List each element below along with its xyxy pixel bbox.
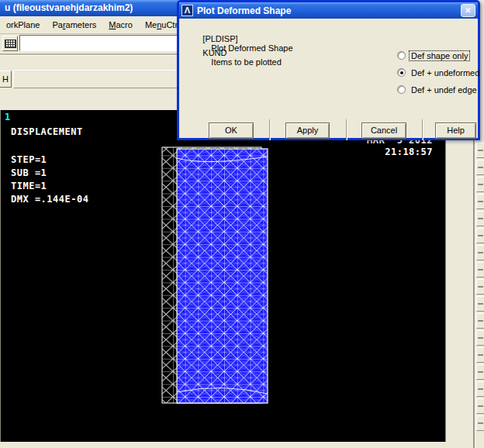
stat-time: TIME=1 — [11, 181, 47, 191]
dialog-titlebar[interactable]: Λ Plot Deformed Shape ✕ — [179, 2, 478, 19]
dialog-title: Plot Deformed Shape — [197, 5, 461, 16]
plot-time: 21:18:57 — [327, 146, 433, 157]
deformed-shape-plot — [159, 143, 275, 408]
option-code: KUND — [202, 48, 226, 57]
dash-icon — [478, 354, 483, 356]
dash-icon — [478, 150, 483, 151]
option-text: Items to be plotted — [211, 57, 282, 67]
side-toolbar-button[interactable] — [476, 330, 484, 346]
dash-icon — [478, 286, 483, 288]
side-toolbar-button[interactable] — [476, 262, 484, 277]
command-prompt-button[interactable] — [2, 36, 18, 51]
side-toolbar-button[interactable] — [476, 313, 484, 329]
close-icon[interactable]: ✕ — [461, 4, 475, 17]
help-button[interactable]: Help — [435, 122, 476, 139]
dash-icon — [478, 167, 483, 168]
side-toolbar-button[interactable] — [476, 381, 484, 397]
radio-def-shape-only[interactable]: Def shape only — [397, 50, 481, 61]
side-toolbar-button[interactable] — [476, 143, 484, 158]
radio-def-plus-undef-edge[interactable]: Def + undef edge — [397, 84, 481, 95]
toolbar-partial-button[interactable]: H — [0, 71, 12, 88]
plot-deformed-shape-dialog: Λ Plot Deformed Shape ✕ [PLDISP] Plot De… — [177, 0, 480, 140]
side-toolbar-button[interactable] — [476, 228, 484, 243]
dash-icon — [478, 405, 483, 407]
app-title-text: u (fileoustvanehjdarzakhim2) — [5, 2, 133, 13]
dash-icon — [478, 235, 483, 236]
button-separator — [269, 119, 271, 140]
radio-circle-icon[interactable] — [397, 51, 406, 60]
side-toolbar-button[interactable] — [476, 415, 484, 431]
dash-icon — [478, 201, 483, 202]
side-toolbar-button[interactable] — [476, 160, 484, 175]
right-button-strip — [476, 143, 484, 432]
ok-button[interactable]: OK — [209, 122, 254, 139]
side-toolbar-button[interactable] — [476, 296, 484, 312]
side-toolbar-button[interactable] — [476, 194, 484, 209]
dialog-option-line: KUND Items to be plotted — [188, 39, 282, 76]
kund-radio-group: Def shape only Def + undeformed Def + un… — [397, 50, 481, 101]
radio-circle-icon[interactable] — [397, 68, 406, 77]
dash-icon — [478, 184, 483, 185]
dash-icon — [478, 269, 483, 271]
dash-icon — [478, 303, 483, 305]
dash-icon — [478, 320, 483, 322]
keyboard-icon — [5, 40, 16, 48]
stat-sub: SUB =1 — [11, 167, 47, 178]
menu-item-parameters[interactable]: Parameters — [46, 18, 102, 32]
deformed-mesh — [177, 149, 268, 403]
button-separator — [346, 119, 347, 140]
cancel-button[interactable]: Cancel — [361, 122, 406, 139]
dash-icon — [478, 218, 483, 219]
ansys-logo-icon: Λ — [182, 5, 193, 16]
side-toolbar-button[interactable] — [476, 347, 484, 363]
stat-step: STEP=1 — [11, 154, 47, 165]
side-toolbar-button[interactable] — [476, 364, 484, 380]
side-toolbar-button[interactable] — [476, 177, 484, 192]
radio-circle-icon[interactable] — [397, 85, 406, 94]
dash-icon — [478, 422, 483, 424]
result-title: DISPLACEMENT — [11, 126, 83, 137]
dash-icon — [478, 337, 483, 339]
plot-number: 1 — [5, 112, 11, 122]
menu-item-macro[interactable]: Macro — [102, 18, 139, 32]
dash-icon — [478, 388, 483, 390]
menu-item-workplane[interactable]: orkPlane — [0, 18, 46, 32]
radio-def-plus-undeformed[interactable]: Def + undeformed — [397, 67, 481, 78]
app-titlebar: u (fileoustvanehjdarzakhim2) — [0, 0, 180, 16]
apply-button[interactable]: Apply — [285, 122, 330, 139]
dash-icon — [478, 252, 483, 253]
side-toolbar-button[interactable] — [476, 398, 484, 414]
dash-icon — [478, 371, 483, 373]
side-toolbar-button[interactable] — [476, 211, 484, 226]
stat-dmx: DMX =.144E-04 — [11, 194, 88, 205]
side-toolbar-button[interactable] — [476, 245, 484, 260]
ansys-application: u (fileoustvanehjdarzakhim2) orkPlane Pa… — [0, 0, 484, 448]
side-toolbar-button[interactable] — [476, 279, 484, 295]
button-separator — [422, 119, 424, 140]
